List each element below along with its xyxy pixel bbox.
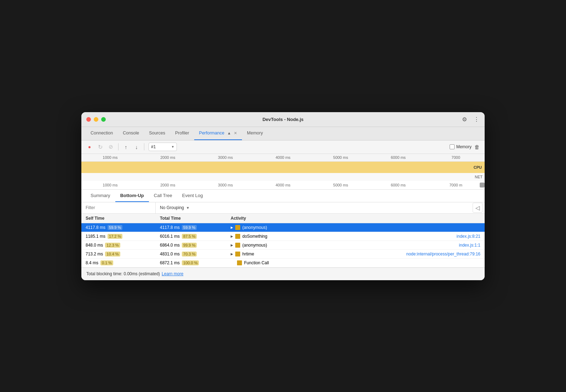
ruler2-tick-6: 7000 m: [427, 183, 485, 187]
net-track: NET: [81, 173, 485, 181]
reload-button[interactable]: ↻: [96, 142, 105, 151]
activity-name: Function Call: [244, 260, 269, 265]
tab-memory[interactable]: Memory: [242, 127, 268, 140]
tab-console[interactable]: Console: [118, 127, 144, 140]
devtools-window: DevTools - Node.js ⚙ ⋮ Connection Consol…: [81, 112, 485, 280]
upload-button[interactable]: ↑: [121, 142, 131, 151]
activity-link[interactable]: index.js:1:1: [459, 243, 480, 248]
ruler2-tick-0: 1000 ms: [81, 183, 139, 187]
ruler1-tick-3: 4000 ms: [254, 155, 312, 160]
maximize-button[interactable]: [101, 117, 106, 122]
cpu-label: CPU: [474, 165, 482, 169]
activity-name: hrtime: [242, 252, 254, 256]
window-title: DevTools - Node.js: [262, 117, 304, 122]
tab-bar: Connection Console Sources Profiler Perf…: [81, 127, 485, 140]
download-button[interactable]: ↓: [132, 142, 141, 151]
net-label: NET: [475, 175, 483, 179]
expand-arrow-icon[interactable]: ▶: [231, 252, 233, 256]
folder-icon: [235, 243, 240, 248]
td-self-time: 8.4 ms0.1 %: [81, 258, 156, 267]
td-self-time: 4117.8 ms59.9 %: [81, 223, 156, 232]
table-header-row: Self Time Total Time Activity: [81, 214, 485, 223]
td-self-time: 848.0 ms12.3 %: [81, 241, 156, 249]
panel-toggle-button[interactable]: ◁: [473, 203, 483, 213]
table-row[interactable]: 8.4 ms0.1 %6872.1 ms100.0 % Function Cal…: [81, 258, 485, 267]
td-self-time: 713.2 ms10.4 %: [81, 249, 156, 258]
tab-call-tree[interactable]: Call Tree: [149, 190, 177, 202]
profile-selector[interactable]: #1 ▼: [149, 143, 177, 151]
trash-button[interactable]: 🗑: [473, 143, 481, 151]
timeline-ruler-1: 1000 ms 2000 ms 3000 ms 4000 ms 5000 ms …: [81, 154, 485, 162]
activity-link[interactable]: node:internal/process/per_thread:79:16: [406, 252, 480, 256]
td-activity: ▶ doSomething index.js:8:21: [226, 232, 485, 241]
cpu-track: CPU: [81, 162, 485, 173]
td-total-time: 4831.0 ms70.3 %: [156, 249, 226, 258]
folder-icon: [235, 234, 240, 239]
traffic-lights: [86, 117, 106, 122]
td-activity: Function Call: [226, 259, 485, 267]
settings-icon[interactable]: ⚙: [461, 116, 468, 122]
expand-arrow-icon[interactable]: ▶: [231, 243, 233, 247]
td-activity: ▶ hrtime node:internal/process/per_threa…: [226, 250, 485, 258]
ruler2-tick-4: 5000 ms: [312, 183, 369, 187]
tab-sources[interactable]: Sources: [144, 127, 170, 140]
activity-name: (anonymous): [242, 225, 267, 230]
cpu-bar: CPU: [81, 162, 485, 173]
performance-tab-close[interactable]: ✕: [234, 131, 237, 136]
tab-profiler[interactable]: Profiler: [170, 127, 194, 140]
profile-selector-chevron: ▼: [171, 145, 174, 149]
grouping-select[interactable]: No Grouping ▼: [156, 205, 473, 210]
td-activity: ▶ (anonymous) index.js:1:1: [226, 241, 485, 249]
th-self-time: Self Time: [81, 214, 156, 223]
timeline-scrollbar[interactable]: [480, 183, 485, 188]
titlebar: DevTools - Node.js ⚙ ⋮: [81, 112, 485, 127]
table-container: No Grouping ▼ ◁ Self Time Total Time Act…: [81, 202, 485, 267]
activity-name: (anonymous): [242, 243, 267, 248]
tab-performance[interactable]: Performance ▲ ✕: [194, 127, 242, 140]
td-total-time: 6864.0 ms99.9 %: [156, 241, 226, 249]
memory-label: Memory: [456, 144, 472, 149]
expand-arrow-icon[interactable]: ▶: [231, 226, 233, 229]
activity-link[interactable]: index.js:8:21: [457, 234, 480, 239]
performance-node-icon: ▲: [227, 131, 231, 135]
bottom-tabs: Summary Bottom-Up Call Tree Event Log: [81, 190, 485, 202]
table-row[interactable]: 1185.1 ms17.2 %6016.1 ms87.5 % ▶ doSomet…: [81, 232, 485, 241]
table-row[interactable]: 713.2 ms10.4 %4831.0 ms70.3 % ▶ hrtime n…: [81, 249, 485, 258]
table-row[interactable]: 4117.8 ms59.9 %4117.8 ms59.9 % ▶ (anonym…: [81, 223, 485, 232]
timeline-ruler-2: 1000 ms 2000 ms 3000 ms 4000 ms 5000 ms …: [81, 181, 485, 189]
th-activity: Activity: [226, 214, 485, 223]
learn-more-link[interactable]: Learn more: [162, 271, 183, 276]
filter-row: No Grouping ▼ ◁: [81, 202, 485, 214]
data-table: Self Time Total Time Activity 4117.8 ms5…: [81, 214, 485, 267]
ruler1-tick-2: 3000 ms: [197, 155, 254, 160]
activity-name: doSomething: [242, 234, 267, 239]
ruler1-tick-4: 5000 ms: [312, 155, 369, 160]
timeline-container: 1000 ms 2000 ms 3000 ms 4000 ms 5000 ms …: [81, 154, 485, 190]
th-total-time: Total Time: [156, 214, 226, 223]
toolbar: ● ↻ ⊘ ↑ ↓ #1 ▼ Memory 🗑: [81, 140, 485, 154]
tab-summary[interactable]: Summary: [86, 190, 115, 202]
memory-checkbox[interactable]: [450, 144, 455, 149]
table-row[interactable]: 848.0 ms12.3 %6864.0 ms99.9 % ▶ (anonymo…: [81, 241, 485, 249]
tab-connection[interactable]: Connection: [86, 127, 118, 140]
ruler1-tick-1: 2000 ms: [139, 155, 197, 160]
ruler1-tick-0: 1000 ms: [81, 155, 139, 160]
minimize-button[interactable]: [94, 117, 98, 122]
td-activity: ▶ (anonymous): [226, 223, 485, 232]
more-options-icon[interactable]: ⋮: [473, 116, 480, 122]
close-button[interactable]: [86, 117, 91, 122]
expand-arrow-icon[interactable]: ▶: [231, 235, 233, 238]
statusbar-text: Total blocking time: 0.00ms (estimated): [86, 271, 160, 276]
td-total-time: 6016.1 ms87.5 %: [156, 232, 226, 241]
folder-icon: [235, 252, 240, 256]
folder-icon: [235, 225, 240, 230]
td-self-time: 1185.1 ms17.2 %: [81, 232, 156, 241]
filter-input[interactable]: [81, 202, 156, 213]
stop-button[interactable]: ⊘: [106, 142, 115, 151]
titlebar-actions: ⚙ ⋮: [461, 116, 480, 122]
ruler2-tick-3: 4000 ms: [254, 183, 312, 187]
tab-event-log[interactable]: Event Log: [177, 190, 208, 202]
tab-bottom-up[interactable]: Bottom-Up: [115, 190, 149, 202]
record-button[interactable]: ●: [85, 142, 94, 151]
memory-checkbox-wrapper: Memory: [450, 144, 472, 149]
